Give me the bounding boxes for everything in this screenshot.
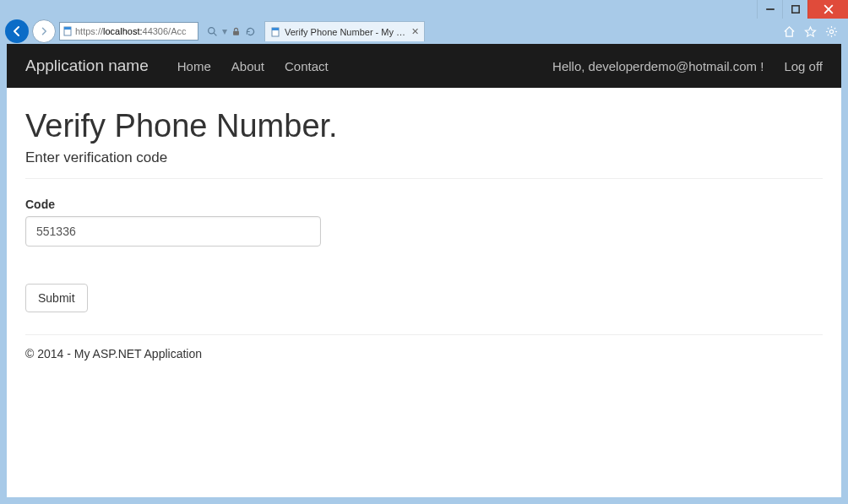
footer-text: © 2014 - My ASP.NET Application <box>25 347 823 360</box>
svg-rect-1 <box>791 6 798 13</box>
code-input[interactable] <box>25 216 321 247</box>
divider <box>25 178 823 179</box>
code-label: Code <box>25 198 823 211</box>
maximize-icon <box>791 4 801 14</box>
gear-icon[interactable] <box>825 25 838 38</box>
svg-line-18 <box>834 27 836 29</box>
svg-rect-8 <box>233 30 239 35</box>
svg-line-19 <box>828 34 829 35</box>
nav-home[interactable]: Home <box>177 59 211 73</box>
svg-rect-5 <box>64 27 71 30</box>
refresh-icon[interactable] <box>245 26 256 37</box>
arrow-right-icon <box>39 26 49 36</box>
home-icon[interactable] <box>783 25 796 38</box>
page-viewport: Application name Home About Contact Hell… <box>7 44 841 497</box>
tab-title: Verify Phone Number - My … <box>285 27 405 37</box>
page-content: Verify Phone Number. Enter verification … <box>7 88 841 369</box>
nav-greeting[interactable]: Hello, developerdemo@hotmail.com ! <box>552 59 764 73</box>
window-minimize-button[interactable] <box>757 0 782 19</box>
lock-icon <box>231 27 241 36</box>
page-subheading: Enter verification code <box>25 149 823 166</box>
footer-divider <box>25 334 823 335</box>
svg-point-6 <box>209 27 215 33</box>
browser-right-icons <box>783 25 843 38</box>
star-icon[interactable] <box>804 25 817 38</box>
svg-point-11 <box>829 30 833 33</box>
nav-logoff[interactable]: Log off <box>784 59 823 73</box>
back-button[interactable] <box>5 19 29 43</box>
separator: ▾ <box>222 25 227 37</box>
submit-button[interactable]: Submit <box>25 284 88 312</box>
browser-tab[interactable]: Verify Phone Number - My … ✕ <box>264 21 425 41</box>
search-icon[interactable] <box>207 26 218 37</box>
page-heading: Verify Phone Number. <box>25 108 823 144</box>
site-navbar: Application name Home About Contact Hell… <box>7 44 841 88</box>
svg-line-17 <box>834 34 836 35</box>
url-text: https://localhost:44306/Acc <box>75 26 195 36</box>
address-icons: ▾ <box>202 22 261 41</box>
address-bar[interactable]: https://localhost:44306/Acc <box>59 22 198 41</box>
tab-close-button[interactable]: ✕ <box>411 26 419 37</box>
brand-link[interactable]: Application name <box>25 57 149 75</box>
nav-contact[interactable]: Contact <box>285 59 329 73</box>
close-icon <box>824 4 834 14</box>
browser-toolbar: https://localhost:44306/Acc ▾ Verify Pho… <box>0 19 848 44</box>
window-maximize-button[interactable] <box>782 0 807 19</box>
page-icon <box>270 27 280 37</box>
svg-line-7 <box>214 33 216 35</box>
forward-button[interactable] <box>32 19 56 43</box>
nav-about[interactable]: About <box>231 59 264 73</box>
window-titlebar <box>0 0 848 19</box>
page-icon <box>63 26 73 36</box>
minimize-icon <box>765 4 775 14</box>
svg-line-16 <box>828 27 829 29</box>
arrow-left-icon <box>10 24 24 38</box>
svg-rect-10 <box>272 28 279 30</box>
window-close-button[interactable] <box>807 0 848 19</box>
